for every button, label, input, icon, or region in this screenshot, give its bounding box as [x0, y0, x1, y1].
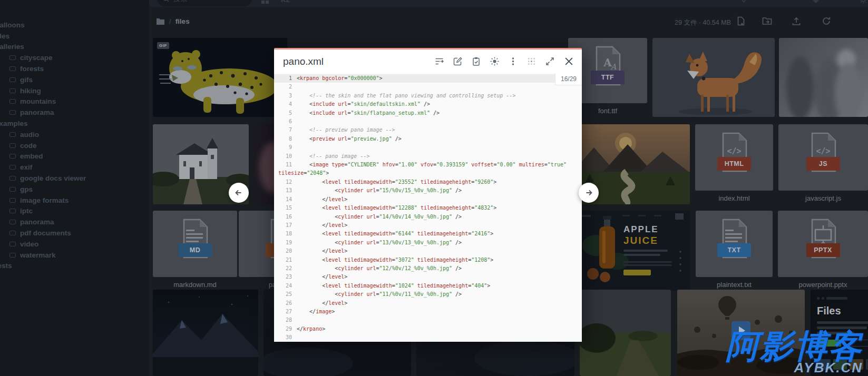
modal-header: pano.xml: [274, 50, 582, 73]
code-line: 5 <include url="skin/flatpano_setup.xml"…: [274, 109, 582, 117]
line-number: 12: [278, 178, 292, 186]
more-menu-icon[interactable]: [508, 56, 518, 66]
code-line: 17 </level>: [274, 221, 582, 230]
code-line: 9: [274, 143, 582, 152]
code-line: 21 <level tiledimagewidth="3072" tiledim…: [274, 256, 582, 264]
code-line: 2: [274, 83, 582, 91]
fullscreen-icon[interactable]: [545, 56, 555, 66]
line-number: 6: [278, 117, 292, 126]
line-number: 24: [278, 282, 292, 290]
code-line: 4 <include url="skin/defaultskin.xml" />: [274, 100, 582, 108]
code-line: 25 <cylinder url="11/%0v/11_%0v_%0h.jpg"…: [274, 290, 582, 299]
code-line: 15 <level tiledimagewidth="12288" tiledi…: [274, 204, 582, 212]
close-icon[interactable]: [563, 56, 574, 67]
line-number: 17: [278, 221, 292, 230]
clipboard-check-icon[interactable]: [471, 56, 481, 66]
app-root: { "navbar": { "search_placeholder": "搜索"…: [0, 0, 868, 376]
next-button[interactable]: [579, 183, 599, 203]
code-line: 27 </image>: [274, 308, 582, 316]
line-number: 18: [278, 230, 292, 238]
edit-icon[interactable]: [453, 56, 463, 66]
line-number: 5: [278, 109, 292, 117]
code-line: 11 <image type="CYLINDER" hfov="1.00" vf…: [274, 161, 582, 178]
code-line: 29</krpano>: [274, 325, 582, 333]
line-number: 2: [278, 83, 292, 91]
line-number: 4: [278, 100, 292, 108]
code-line: 1<krpano bgcolor="0x000000">: [274, 74, 582, 83]
line-number: 1: [278, 74, 292, 83]
code-line: 30: [274, 333, 582, 342]
line-number: 13: [278, 186, 292, 195]
code-line: 10 <!-- pano image -->: [274, 152, 582, 161]
code-line: 28: [274, 316, 582, 324]
file-counter: 16/29: [555, 73, 582, 85]
code-line: 8 <preview url="preview.jpg" />: [274, 135, 582, 143]
modal-toolbar: [434, 56, 574, 67]
code-line: 26 </level>: [274, 299, 582, 308]
line-number: 14: [278, 195, 292, 204]
line-number: 23: [278, 273, 292, 281]
prev-button[interactable]: [229, 183, 249, 203]
modal-title: pano.xml: [283, 56, 434, 67]
line-number: 11: [278, 161, 292, 169]
line-number: 26: [278, 299, 292, 308]
arrow-left-icon: [234, 188, 243, 197]
code-line: 14 </level>: [274, 195, 582, 204]
arrow-right-icon: [584, 188, 593, 197]
line-number: 9: [278, 143, 292, 152]
line-number: 3: [278, 92, 292, 100]
word-wrap-icon[interactable]: [434, 56, 444, 66]
line-number: 19: [278, 239, 292, 247]
line-number: 16: [278, 213, 292, 221]
brightness-icon[interactable]: [490, 56, 500, 66]
code-lines: 1<krpano bgcolor="0x000000">23 <!-- the …: [278, 74, 578, 342]
code-line: 22 <cylinder url="12/%0v/12_%0v_%0h.jpg"…: [274, 264, 582, 273]
code-line: 7 <!-- preview pano image -->: [274, 126, 582, 134]
code-line: 13 <cylinder url="15/%0v/15_%0v_%0h.jpg"…: [274, 186, 582, 195]
line-number: 30: [278, 333, 292, 342]
file-preview-modal: pano.xml 16/29 1<krpano bgcolor="0x00000…: [274, 48, 582, 342]
line-number: 22: [278, 264, 292, 273]
code-line: 24 <level tiledimagewidth="1024" tiledim…: [274, 282, 582, 290]
line-number: 25: [278, 290, 292, 299]
code-line: 20 </level>: [274, 247, 582, 255]
code-line: 18 <level tiledimagewidth="6144" tiledim…: [274, 230, 582, 238]
line-number: 29: [278, 325, 292, 333]
line-number: 7: [278, 126, 292, 134]
line-number: 27: [278, 308, 292, 316]
code-viewer[interactable]: 16/29 1<krpano bgcolor="0x000000">23 <!-…: [274, 73, 582, 342]
code-line: 23 </level>: [274, 273, 582, 281]
code-line: 16 <cylinder url="14/%0v/14_%0v_%0h.jpg"…: [274, 213, 582, 221]
code-line: 12 <level tiledimagewidth="23552" tiledi…: [274, 178, 582, 186]
line-number: 20: [278, 247, 292, 255]
code-line: 3 <!-- the skin and the flat pano viewin…: [274, 92, 582, 100]
line-number: 10: [278, 152, 292, 161]
line-number: 8: [278, 135, 292, 143]
line-number: 21: [278, 256, 292, 264]
line-number: 28: [278, 316, 292, 324]
code-line: 19 <cylinder url="13/%0v/13_%0v_%0h.jpg"…: [274, 239, 582, 247]
line-number: 15: [278, 204, 292, 212]
thumbnails-icon[interactable]: [526, 56, 537, 66]
code-line: 6: [274, 117, 582, 126]
